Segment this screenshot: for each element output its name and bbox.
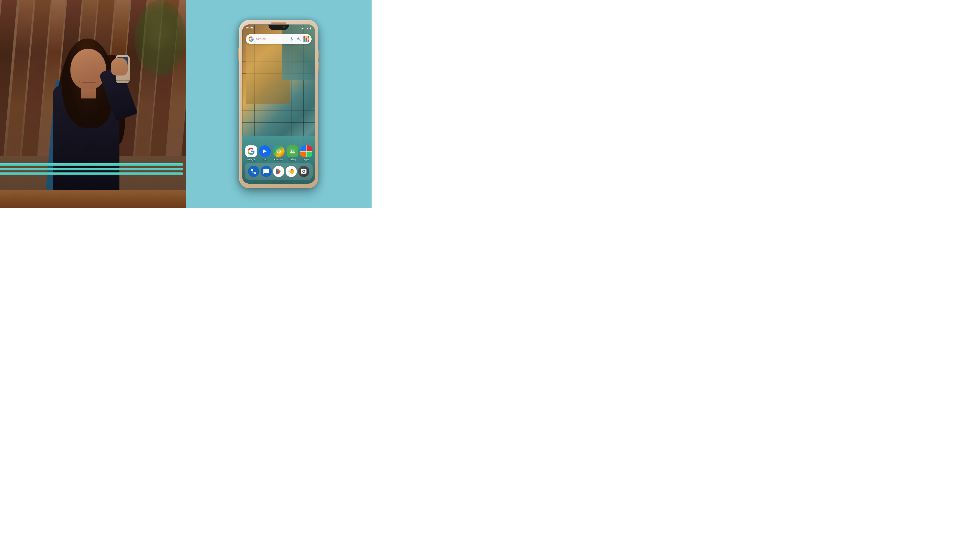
search-bar[interactable]: Search... bbox=[246, 34, 312, 44]
app-label-duo: Duo bbox=[263, 158, 267, 161]
app-label-gallery: Gallery bbox=[289, 158, 296, 161]
signal-icon bbox=[301, 27, 305, 29]
phone-notch bbox=[269, 24, 289, 30]
battery-icon: ▮ bbox=[310, 27, 311, 30]
lens-search-icon[interactable] bbox=[296, 37, 301, 41]
app-item-google[interactable]: Google bbox=[245, 145, 257, 161]
power-button[interactable] bbox=[238, 48, 239, 61]
dock-playstore[interactable] bbox=[273, 166, 284, 177]
voice-search-icon[interactable] bbox=[289, 37, 294, 41]
app-item-assistant[interactable]: GO Assistant bbox=[273, 145, 285, 161]
right-phone-panel: 20:21 ▲ ▮ bbox=[186, 0, 372, 208]
wifi-icon: ▲ bbox=[306, 27, 309, 30]
dock-messages[interactable] bbox=[261, 166, 272, 177]
search-action-icons bbox=[289, 36, 309, 42]
volume-down-button[interactable] bbox=[318, 62, 319, 71]
app-item-gallery[interactable]: Gallery bbox=[286, 145, 298, 161]
app-label-apps: Apps bbox=[304, 158, 309, 161]
status-time: 20:21 bbox=[246, 27, 253, 30]
app-label-google: Google bbox=[247, 158, 255, 161]
volume-up-button[interactable] bbox=[318, 51, 319, 59]
app-item-apps[interactable]: Apps bbox=[301, 145, 312, 161]
svg-line-2 bbox=[300, 40, 301, 41]
left-photo-panel: Woman smiling while talking on Nokia pho… bbox=[0, 0, 186, 208]
dock-chrome[interactable] bbox=[286, 166, 297, 177]
svg-text:GO: GO bbox=[277, 150, 281, 153]
wooden-table bbox=[0, 190, 186, 208]
status-icons: ▲ ▮ bbox=[301, 27, 311, 30]
apps-grid-icon[interactable] bbox=[304, 36, 309, 42]
svg-point-9 bbox=[291, 150, 292, 151]
dock-phone[interactable] bbox=[248, 166, 259, 177]
phone-screen: 20:21 ▲ ▮ bbox=[242, 24, 315, 184]
google-logo bbox=[248, 36, 254, 42]
search-placeholder[interactable]: Search... bbox=[256, 37, 289, 41]
app-item-duo[interactable]: Duo bbox=[259, 145, 271, 161]
app-label-assistant: Assistant bbox=[274, 158, 283, 161]
dock-camera[interactable] bbox=[298, 166, 309, 177]
phone-dock bbox=[245, 163, 313, 180]
front-camera bbox=[283, 26, 285, 28]
svg-rect-8 bbox=[290, 149, 295, 154]
app-icons-row: Google Duo bbox=[242, 145, 315, 161]
svg-point-1 bbox=[298, 38, 299, 40]
phone-device: 20:21 ▲ ▮ bbox=[239, 20, 318, 188]
